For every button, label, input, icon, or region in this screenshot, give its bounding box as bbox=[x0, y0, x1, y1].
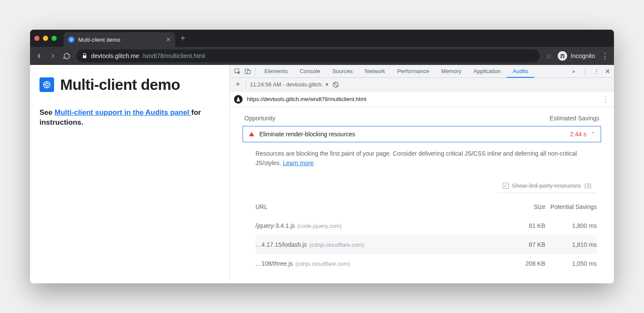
lock-icon bbox=[82, 53, 88, 59]
url-host: devtools.glitch.me bbox=[91, 52, 139, 59]
lighthouse-icon bbox=[234, 95, 243, 104]
audit-url-more-button[interactable]: ⋮ bbox=[602, 95, 610, 104]
resource-size: 81 KB bbox=[494, 222, 545, 229]
resource-path: /jquery-3.4.1.js bbox=[255, 222, 295, 229]
col-savings: Potential Savings bbox=[545, 203, 597, 210]
page-logo-icon bbox=[39, 77, 54, 92]
devtools-tab-audits[interactable]: Audits bbox=[507, 65, 534, 78]
close-tab-button[interactable]: ✕ bbox=[166, 36, 171, 43]
table-row[interactable]: /jquery-3.4.1.js (code.jquery.com)81 KB1… bbox=[255, 216, 597, 235]
tab-favicon bbox=[68, 36, 75, 43]
new-audit-button[interactable]: + bbox=[233, 80, 243, 89]
third-party-toggle[interactable]: ✓ Show 3rd-party resources (3) bbox=[498, 179, 597, 193]
third-party-count: (3) bbox=[584, 182, 592, 189]
devtools-panel: ElementsConsoleSourcesNetworkPerformance… bbox=[230, 65, 614, 283]
col-url: URL bbox=[255, 203, 494, 210]
resource-path: …108/three.js bbox=[255, 260, 293, 267]
devtools-tabstrip: ElementsConsoleSourcesNetworkPerformance… bbox=[230, 65, 614, 78]
devtools-tab-sources[interactable]: Sources bbox=[326, 65, 359, 78]
resource-host: (code.jquery.com) bbox=[298, 223, 342, 229]
incognito-badge[interactable]: Incognito bbox=[558, 51, 595, 61]
tab-title: Multi-client demo bbox=[78, 37, 162, 43]
resource-path: …4.17.15/lodash.js bbox=[255, 241, 307, 248]
page-heading: Multi-client demo bbox=[60, 76, 180, 93]
audit-body: Opportunity Estimated Savings Eliminate … bbox=[230, 107, 614, 283]
new-tab-button[interactable]: + bbox=[180, 34, 185, 43]
svg-point-0 bbox=[70, 38, 73, 41]
nav-back-button[interactable] bbox=[35, 52, 43, 60]
opportunity-label: Opportunity bbox=[244, 115, 275, 122]
more-tabs-icon[interactable]: » bbox=[568, 68, 579, 74]
window-controls bbox=[34, 36, 57, 41]
resource-host: (cdnjs.cloudflare.com) bbox=[295, 261, 350, 267]
bookmark-button[interactable]: ☆ bbox=[546, 52, 552, 60]
resource-savings: 1,800 ms bbox=[545, 222, 597, 229]
page-intro-link[interactable]: Multi-client support in the Audits panel bbox=[55, 108, 191, 117]
devtools-tab-console[interactable]: Console bbox=[294, 65, 326, 78]
opportunity-row[interactable]: Eliminate render-blocking resources 2.44… bbox=[243, 126, 601, 142]
opportunity-savings: 2.44 s bbox=[570, 131, 586, 138]
chevron-up-icon: ˄ bbox=[592, 131, 595, 138]
page-intro: See Multi-client support in the Audits p… bbox=[39, 108, 220, 128]
window-zoom-button[interactable] bbox=[52, 36, 57, 41]
window-close-button[interactable] bbox=[34, 36, 39, 41]
resource-size: 87 KB bbox=[494, 241, 545, 248]
third-party-label: Show 3rd-party resources bbox=[512, 182, 581, 189]
browser-menu-button[interactable]: ⋮ bbox=[601, 51, 609, 61]
opportunities-header: Opportunity Estimated Savings bbox=[230, 107, 614, 126]
incognito-icon bbox=[558, 51, 567, 61]
svg-point-1 bbox=[70, 39, 72, 40]
caret-down-icon: ▼ bbox=[325, 82, 329, 87]
devtools-close-button[interactable]: ✕ bbox=[605, 68, 611, 75]
audit-url-text: https://devtools.glitch.me/wndt78/multic… bbox=[247, 96, 366, 102]
devtools-menu-icon[interactable]: ⋮ bbox=[591, 68, 601, 74]
learn-more-link[interactable]: Learn more bbox=[283, 160, 314, 166]
devtools-tab-performance[interactable]: Performance bbox=[391, 65, 435, 78]
tab-strip: Multi-client demo ✕ + bbox=[30, 30, 614, 47]
svg-rect-6 bbox=[247, 70, 250, 74]
warning-triangle-icon bbox=[249, 132, 254, 136]
inspect-element-icon[interactable] bbox=[232, 68, 243, 75]
opportunity-title: Eliminate render-blocking resources bbox=[259, 131, 355, 138]
devtools-tab-elements[interactable]: Elements bbox=[258, 65, 294, 78]
devtools-tab-memory[interactable]: Memory bbox=[435, 65, 468, 78]
opportunity-description: Resources are blocking the first paint o… bbox=[230, 142, 614, 172]
svg-point-3 bbox=[46, 83, 49, 86]
browser-toolbar: devtools.glitch.me/wndt78/multiclient.ht… bbox=[30, 47, 614, 65]
resource-savings: 1,050 ms bbox=[545, 260, 597, 267]
rendered-page: Multi-client demo See Multi-client suppo… bbox=[30, 65, 230, 283]
incognito-label: Incognito bbox=[571, 52, 595, 59]
clear-audit-button[interactable] bbox=[332, 81, 339, 88]
savings-label: Estimated Savings bbox=[550, 115, 599, 122]
table-row[interactable]: …4.17.15/lodash.js (cdnjs.cloudflare.com… bbox=[255, 235, 597, 254]
url-path: /wndt78/multiclient.html bbox=[143, 52, 205, 59]
resource-table: URL Size Potential Savings /jquery-3.4.1… bbox=[230, 193, 614, 273]
resource-host: (cdnjs.cloudflare.com) bbox=[310, 242, 364, 248]
browser-tab[interactable]: Multi-client demo ✕ bbox=[64, 32, 175, 47]
resource-size: 208 KB bbox=[494, 260, 545, 267]
audit-url-row: https://devtools.glitch.me/wndt78/multic… bbox=[230, 92, 614, 107]
checkbox-icon[interactable]: ✓ bbox=[503, 183, 509, 189]
col-size: Size bbox=[494, 203, 545, 210]
window-minimize-button[interactable] bbox=[43, 36, 48, 41]
audit-report-selector[interactable]: 11:24:56 AM - devtools.glitch. ▼ bbox=[250, 81, 329, 88]
devtools-tab-application[interactable]: Application bbox=[468, 65, 507, 78]
devtools-tab-network[interactable]: Network bbox=[359, 65, 392, 78]
resource-savings: 1,810 ms bbox=[545, 241, 597, 248]
audits-toolbar: + 11:24:56 AM - devtools.glitch. ▼ bbox=[230, 78, 614, 92]
table-header: URL Size Potential Savings bbox=[255, 197, 597, 216]
address-bar[interactable]: devtools.glitch.me/wndt78/multiclient.ht… bbox=[76, 49, 540, 62]
browser-window: Multi-client demo ✕ + devtools.glitch.me… bbox=[30, 30, 614, 283]
table-row[interactable]: …108/three.js (cdnjs.cloudflare.com)208 … bbox=[255, 254, 597, 273]
content-split: Multi-client demo See Multi-client suppo… bbox=[30, 65, 614, 283]
nav-reload-button[interactable] bbox=[63, 52, 70, 60]
device-toolbar-icon[interactable] bbox=[243, 68, 253, 75]
nav-forward-button[interactable] bbox=[49, 52, 57, 60]
